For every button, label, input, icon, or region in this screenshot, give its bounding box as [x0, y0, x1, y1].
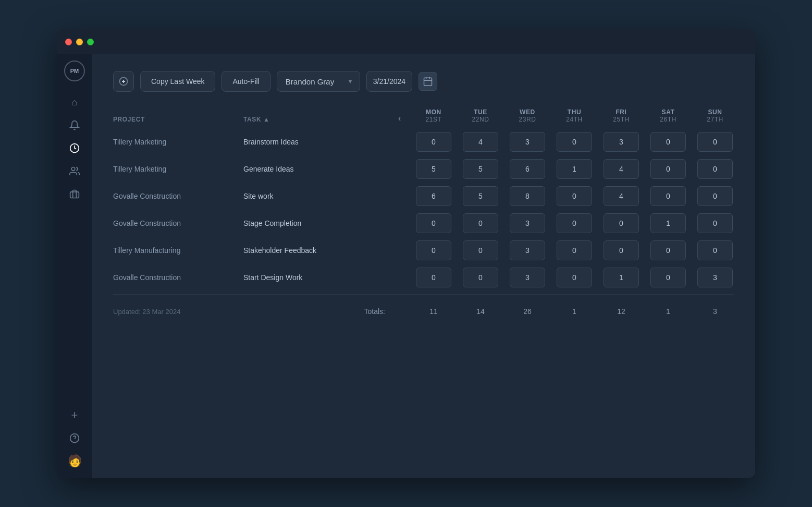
cell-day-2: 6 — [504, 159, 551, 179]
day-input-r3-d6[interactable]: 0 — [697, 213, 733, 233]
day-input-r0-d1[interactable]: 4 — [463, 132, 498, 152]
day-input-r2-d0[interactable]: 6 — [416, 186, 451, 206]
cell-day-4: 3 — [598, 132, 645, 152]
person-name: Brandon Gray — [286, 77, 334, 86]
day-input-r0-d2[interactable]: 3 — [510, 132, 545, 152]
tue-header: Tue 22nd — [457, 108, 504, 123]
day-input-r2-d4[interactable]: 4 — [604, 186, 639, 206]
day-input-r3-d4[interactable]: 0 — [604, 213, 639, 233]
day-input-r4-d3[interactable]: 0 — [557, 240, 592, 260]
day-input-r3-d2[interactable]: 3 — [510, 213, 545, 233]
day-input-r2-d2[interactable]: 8 — [510, 186, 545, 206]
total-tue: 14 — [457, 307, 504, 316]
cell-day-1: 4 — [457, 132, 504, 152]
cell-day-1: 0 — [457, 240, 504, 260]
day-input-r3-d0[interactable]: 0 — [416, 213, 451, 233]
day-input-r5-d3[interactable]: 0 — [557, 268, 592, 287]
day-input-r1-d3[interactable]: 1 — [557, 159, 592, 179]
table-row: Govalle ConstructionStage Completion0030… — [113, 211, 734, 236]
day-input-r5-d4[interactable]: 1 — [604, 268, 639, 287]
day-input-r2-d6[interactable]: 0 — [697, 186, 733, 206]
day-input-r3-d3[interactable]: 0 — [557, 213, 592, 233]
cell-task: Brainstorm Ideas — [243, 138, 389, 146]
app-logo[interactable]: PM — [64, 61, 85, 81]
day-input-r2-d5[interactable]: 0 — [650, 186, 686, 206]
day-input-r1-d2[interactable]: 6 — [510, 159, 545, 179]
day-input-r1-d1[interactable]: 5 — [463, 159, 498, 179]
cell-day-6: 3 — [692, 268, 739, 287]
sidebar-item-timesheet[interactable] — [64, 138, 85, 159]
day-input-r4-d1[interactable]: 0 — [463, 240, 498, 260]
maximize-button[interactable] — [87, 39, 94, 45]
cell-project: Tillery Marketing — [113, 138, 243, 146]
thu-header: Thu 24th — [551, 108, 598, 123]
day-input-r0-d5[interactable]: 0 — [650, 132, 686, 152]
day-input-r5-d6[interactable]: 3 — [697, 268, 733, 287]
cell-task: Stage Completion — [243, 219, 389, 227]
cell-day-3: 0 — [551, 213, 598, 233]
day-input-r5-d1[interactable]: 0 — [463, 268, 498, 287]
day-input-r3-d5[interactable]: 1 — [650, 213, 686, 233]
person-dropdown[interactable]: Brandon Gray ▼ — [277, 71, 360, 92]
add-workspace-button[interactable]: + — [64, 405, 85, 426]
sat-header: Sat 26th — [645, 108, 692, 123]
cell-day-2: 8 — [504, 186, 551, 206]
prev-week-button[interactable]: ‹ — [389, 114, 410, 123]
mon-header: Mon 21st — [410, 108, 457, 123]
auto-fill-button[interactable]: Auto-Fill — [222, 71, 270, 92]
cell-day-3: 0 — [551, 268, 598, 287]
day-input-r1-d4[interactable]: 4 — [604, 159, 639, 179]
day-input-r1-d0[interactable]: 5 — [416, 159, 451, 179]
day-input-r1-d5[interactable]: 0 — [650, 159, 686, 179]
day-input-r0-d6[interactable]: 0 — [697, 132, 733, 152]
svg-rect-2 — [70, 192, 79, 198]
date-value: 3/21/2024 — [373, 77, 405, 86]
sidebar-item-notifications[interactable] — [64, 115, 85, 136]
table-row: Tillery ManufacturingStakeholder Feedbac… — [113, 238, 734, 263]
day-input-r4-d2[interactable]: 3 — [510, 240, 545, 260]
help-button[interactable] — [64, 428, 85, 449]
close-button[interactable] — [65, 39, 72, 45]
day-input-r0-d4[interactable]: 3 — [604, 132, 639, 152]
titlebar — [57, 29, 755, 54]
app-window: PM ⌂ — [57, 29, 755, 478]
cell-day-3: 1 — [551, 159, 598, 179]
totals-label: Totals: — [243, 307, 389, 316]
sidebar-item-projects[interactable] — [64, 184, 85, 204]
date-field[interactable]: 3/21/2024 — [366, 71, 412, 92]
cell-day-0: 0 — [410, 240, 457, 260]
cell-day-6: 0 — [692, 159, 739, 179]
day-input-r5-d0[interactable]: 0 — [416, 268, 451, 287]
minimize-button[interactable] — [76, 39, 83, 45]
svg-point-1 — [71, 167, 75, 171]
day-input-r5-d2[interactable]: 3 — [510, 268, 545, 287]
sidebar-item-home[interactable]: ⌂ — [64, 92, 85, 113]
cell-day-0: 0 — [410, 213, 457, 233]
cell-task: Stakeholder Feedback — [243, 246, 389, 255]
day-input-r0-d0[interactable]: 0 — [416, 132, 451, 152]
day-input-r4-d4[interactable]: 0 — [604, 240, 639, 260]
timesheet-table: PROJECT TASK ▲ ‹ Mon 21st Tue 22nd Wed 2… — [113, 108, 734, 316]
day-input-r4-d5[interactable]: 0 — [650, 240, 686, 260]
cell-project: Govalle Construction — [113, 273, 243, 282]
cell-day-1: 5 — [457, 159, 504, 179]
day-input-r4-d0[interactable]: 0 — [416, 240, 451, 260]
add-entry-button[interactable] — [113, 71, 134, 92]
cell-day-1: 0 — [457, 268, 504, 287]
day-input-r2-d1[interactable]: 5 — [463, 186, 498, 206]
cell-day-5: 0 — [645, 186, 692, 206]
table-row: Govalle ConstructionSite work6580400 — [113, 184, 734, 209]
day-input-r4-d6[interactable]: 0 — [697, 240, 733, 260]
day-input-r3-d1[interactable]: 0 — [463, 213, 498, 233]
day-input-r0-d3[interactable]: 0 — [557, 132, 592, 152]
cell-day-1: 5 — [457, 186, 504, 206]
day-input-r1-d6[interactable]: 0 — [697, 159, 733, 179]
day-input-r5-d5[interactable]: 0 — [650, 268, 686, 287]
calendar-icon[interactable] — [419, 72, 437, 91]
copy-last-week-button[interactable]: Copy Last Week — [140, 71, 215, 92]
sidebar-item-team[interactable] — [64, 161, 85, 182]
day-input-r2-d3[interactable]: 0 — [557, 186, 592, 206]
cell-project: Tillery Manufacturing — [113, 246, 243, 255]
user-avatar[interactable]: 🧑 — [64, 451, 85, 472]
sun-header: Sun 27th — [692, 108, 739, 123]
